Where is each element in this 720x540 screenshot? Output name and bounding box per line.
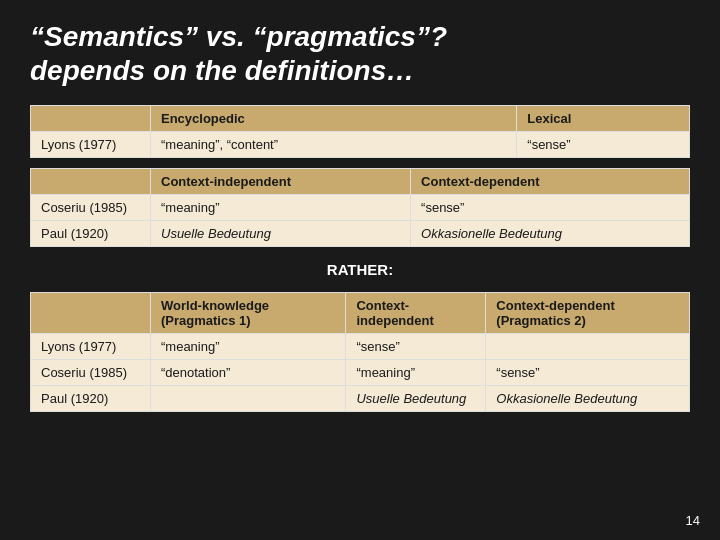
title-line2: depends on the definitions…	[30, 55, 414, 86]
table1: Encyclopedic Lexical Lyons (1977) “meani…	[30, 105, 690, 158]
table3-row-2: Paul (1920) Usuelle Bedeutung Okkasionel…	[31, 386, 690, 412]
table3-row1-col0: Coseriu (1985)	[31, 360, 151, 386]
table3: World-knowledge (Pragmatics 1) Context-i…	[30, 292, 690, 412]
slide-title: “Semantics” vs. “pragmatics”? depends on…	[30, 20, 690, 87]
table3-row0-col0: Lyons (1977)	[31, 334, 151, 360]
table3-header-1: World-knowledge (Pragmatics 1)	[151, 293, 346, 334]
table2: Context-independent Context-dependent Co…	[30, 168, 690, 247]
table3-row2-col3: Okkasionelle Bedeutung	[486, 386, 690, 412]
table3-header-0	[31, 293, 151, 334]
table3-row0-col3	[486, 334, 690, 360]
content-area: Encyclopedic Lexical Lyons (1977) “meani…	[30, 105, 690, 525]
table3-header-3: Context-dependent (Pragmatics 2)	[486, 293, 690, 334]
table3-row0-col2: “sense”	[346, 334, 486, 360]
table3-row-1: Coseriu (1985) “denotation” “meaning” “s…	[31, 360, 690, 386]
table3-row1-col3: “sense”	[486, 360, 690, 386]
table3-header-2: Context-independent	[346, 293, 486, 334]
table3-row2-col1	[151, 386, 346, 412]
table1-header-row: Encyclopedic Lexical	[31, 106, 690, 132]
rather-label: RATHER:	[30, 257, 690, 282]
table3-row0-col1: “meaning”	[151, 334, 346, 360]
table1-row-0: Lyons (1977) “meaning”, “content” “sense…	[31, 132, 690, 158]
table2-header-1: Context-independent	[151, 169, 411, 195]
table2-row0-col0: Coseriu (1985)	[31, 195, 151, 221]
table1-row0-col1: “meaning”, “content”	[151, 132, 517, 158]
slide: “Semantics” vs. “pragmatics”? depends on…	[0, 0, 720, 540]
table3-row-0: Lyons (1977) “meaning” “sense”	[31, 334, 690, 360]
table2-row0-col2: “sense”	[411, 195, 690, 221]
table2-header-row: Context-independent Context-dependent	[31, 169, 690, 195]
page-number: 14	[686, 513, 700, 528]
table2-header-2: Context-dependent	[411, 169, 690, 195]
table3-row1-col2: “meaning”	[346, 360, 486, 386]
table3-header-row: World-knowledge (Pragmatics 1) Context-i…	[31, 293, 690, 334]
table2-row-1: Paul (1920) Usuelle Bedeutung Okkasionel…	[31, 221, 690, 247]
table3-row2-col0: Paul (1920)	[31, 386, 151, 412]
table3-row1-col1: “denotation”	[151, 360, 346, 386]
table1-header-2: Lexical	[517, 106, 690, 132]
table2-row-0: Coseriu (1985) “meaning” “sense”	[31, 195, 690, 221]
table1-header-0	[31, 106, 151, 132]
table2-row1-col0: Paul (1920)	[31, 221, 151, 247]
table1-row0-col2: “sense”	[517, 132, 690, 158]
table1-row0-col0: Lyons (1977)	[31, 132, 151, 158]
table2-header-0	[31, 169, 151, 195]
title-line1: “Semantics” vs. “pragmatics”?	[30, 21, 447, 52]
table2-row1-col1: Usuelle Bedeutung	[151, 221, 411, 247]
table2-row1-col2: Okkasionelle Bedeutung	[411, 221, 690, 247]
table1-header-1: Encyclopedic	[151, 106, 517, 132]
table3-row2-col2: Usuelle Bedeutung	[346, 386, 486, 412]
table2-row0-col1: “meaning”	[151, 195, 411, 221]
